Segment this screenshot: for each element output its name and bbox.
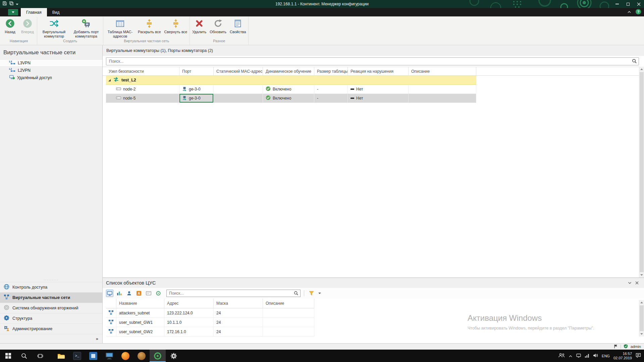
objects-search-input[interactable] <box>166 290 301 297</box>
people-icon[interactable] <box>558 353 565 359</box>
file-explorer-icon[interactable] <box>53 350 69 362</box>
delete-button[interactable]: Удалить <box>191 17 208 34</box>
volume-icon[interactable] <box>593 353 598 359</box>
column-header[interactable]: Маска <box>214 299 263 308</box>
panel-close-icon[interactable] <box>633 280 641 286</box>
table-row[interactable]: node-2 ge-3-0 <box>106 85 476 94</box>
back-button[interactable]: Назад <box>1 17 19 34</box>
refresh-button[interactable]: Обновить <box>208 17 228 34</box>
firefox-icon[interactable] <box>117 350 133 362</box>
table-row[interactable]: node-5 ge-3-0 <box>106 94 476 103</box>
statusbar: admin <box>0 343 644 350</box>
save-icon[interactable] <box>2 1 7 7</box>
sidebar-splitter[interactable]: ········· <box>0 279 102 282</box>
help-icon[interactable]: ? <box>635 9 641 16</box>
filter-funnel-icon[interactable] <box>308 290 315 297</box>
app-menu-button[interactable] <box>8 9 18 15</box>
ring-filter-button[interactable] <box>155 290 162 297</box>
list-item[interactable]: user_subnet_GW2 172.16.1.0 24 <box>106 327 314 337</box>
close-button[interactable] <box>633 0 644 8</box>
qat-customize-icon[interactable] <box>16 4 18 5</box>
column-header[interactable]: Статический MAC-адрес <box>214 67 263 75</box>
hosts-filter-button[interactable] <box>106 290 113 297</box>
clock[interactable]: 16:57 02.07.2019 <box>613 352 632 360</box>
virtual-switch-button[interactable]: Виртуальный коммутатор <box>38 17 70 39</box>
object-address: 10.1.1.0 <box>167 320 181 325</box>
window-layers-icon[interactable] <box>9 1 14 7</box>
scroll-up-button[interactable] <box>639 67 644 72</box>
tray-expand-icon[interactable] <box>569 353 573 359</box>
column-header[interactable]: Название <box>116 299 164 308</box>
column-header[interactable]: Реакция на нарушения <box>348 67 409 75</box>
none-icon <box>351 88 354 90</box>
group-row[interactable]: test_L2 <box>106 76 476 85</box>
icon-column-header[interactable] <box>106 299 116 308</box>
filter-dropdown-icon[interactable] <box>318 293 321 294</box>
network-icon[interactable] <box>585 353 589 359</box>
learning-state: Включено <box>273 87 291 92</box>
tray-display-icon[interactable] <box>576 353 581 359</box>
panel-collapse-icon[interactable] <box>626 280 633 286</box>
tab-vid[interactable]: Вид <box>47 8 65 16</box>
tree-item-l2vpn[interactable]: L2 L2VPN <box>0 67 102 74</box>
column-header[interactable]: Динамическое обучение <box>263 67 314 75</box>
terminal-app-icon[interactable]: >_ <box>69 350 85 362</box>
maximize-button[interactable] <box>623 0 633 8</box>
column-header[interactable]: Порт <box>179 67 214 75</box>
columns-filter-button[interactable] <box>116 290 123 297</box>
column-header[interactable]: Узел безопасности <box>106 67 179 75</box>
settings-gear-icon[interactable] <box>166 350 182 362</box>
column-header[interactable]: Описание <box>409 67 476 75</box>
expand-all-button[interactable]: Раскрыть все <box>136 17 163 34</box>
blue-app-icon[interactable] <box>85 350 101 362</box>
users-filter-button[interactable] <box>125 290 133 297</box>
scroll-down-button[interactable] <box>639 273 644 278</box>
sidebar-more-button[interactable]: » <box>0 334 102 343</box>
taskbar-search-button[interactable] <box>16 350 32 362</box>
chevron-down-icon <box>12 11 14 13</box>
collapse-all-button[interactable]: Свернуть все <box>163 17 189 34</box>
properties-button[interactable]: Свойства <box>228 17 248 34</box>
tab-glavnaya[interactable]: Главная <box>21 8 47 16</box>
list-item[interactable]: user_subnet_GW1 10.1.1.0 24 <box>106 318 314 327</box>
letter-a-filter-button[interactable]: A <box>135 290 143 297</box>
expander-icon[interactable] <box>108 79 111 81</box>
scroll-up-button[interactable] <box>639 300 644 305</box>
objects-toolbar: A <box>103 288 644 299</box>
flag-icon[interactable] <box>614 344 618 349</box>
action-center-icon[interactable] <box>636 353 641 359</box>
tree-item-l3vpn[interactable]: L3 L3VPN <box>0 59 102 67</box>
sidebar-item-vpn[interactable]: Виртуальные частные сети <box>0 292 102 303</box>
scrollbar-thumb[interactable] <box>640 72 644 272</box>
collapse-ribbon-icon[interactable] <box>627 9 631 15</box>
amber-app-icon[interactable] <box>133 350 150 362</box>
column-header[interactable]: Описание <box>263 299 314 308</box>
mac-table-button[interactable]: Таблица MAC-адресов <box>104 17 136 39</box>
vertical-scrollbar[interactable] <box>639 67 644 278</box>
column-header[interactable]: Размер таблицы <box>314 67 348 75</box>
task-view-button[interactable] <box>32 350 48 362</box>
sidebar-item-label: Контроль доступа <box>12 285 47 290</box>
focused-cell[interactable]: ge-3-0 <box>179 94 214 103</box>
card-filter-button[interactable] <box>145 290 152 297</box>
scrollbar-thumb[interactable] <box>640 305 644 331</box>
sidebar-item-access-control[interactable]: Контроль доступа <box>0 282 102 292</box>
static-mac-cell <box>214 85 263 94</box>
add-switch-port-button[interactable]: Добавить порт коммутатора <box>70 17 102 39</box>
forward-button[interactable]: Вперед <box>19 17 36 34</box>
search-input[interactable] <box>106 57 639 65</box>
start-button[interactable] <box>0 350 16 362</box>
remote-desktop-app-icon[interactable] <box>101 350 117 362</box>
column-header[interactable]: Адрес <box>164 299 214 308</box>
objects-scrollbar[interactable] <box>639 300 644 337</box>
kontinent-app-icon[interactable] <box>150 350 166 362</box>
sidebar-item-ids[interactable]: Система обнаружения вторжений <box>0 303 102 313</box>
scroll-down-button[interactable] <box>639 331 644 337</box>
sidebar-item-structure[interactable]: Структура <box>0 313 102 323</box>
sidebar-item-administration[interactable]: Администрирование <box>0 323 102 334</box>
language-indicator[interactable]: ENG <box>602 354 610 358</box>
minimize-button[interactable] <box>612 0 623 8</box>
tree-item-remote-access[interactable]: Удалённый доступ <box>0 74 102 81</box>
ribbon-group-label: Создать <box>38 39 102 44</box>
list-item[interactable]: attackers_subnet 123.222.124.0 24 <box>106 308 314 318</box>
